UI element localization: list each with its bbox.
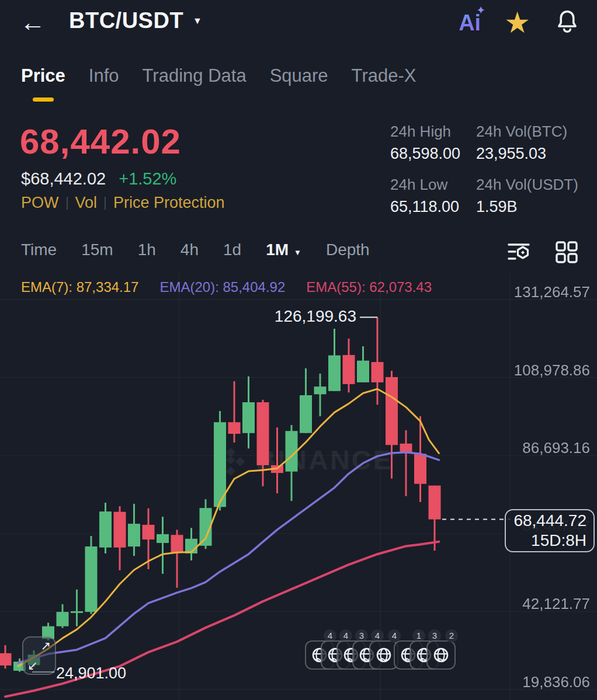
chevron-down-icon: ▼ <box>193 16 202 26</box>
stats-grid: 24h High68,598.0024h Vol(BTC)23,955.0324… <box>390 123 578 216</box>
back-button[interactable]: ← <box>20 5 46 40</box>
ema-legend: EMA(7): 87,334.17EMA(20): 85,404.92EMA(5… <box>21 279 432 295</box>
y-axis-label: 19,836.06 <box>522 673 590 691</box>
ema-legend-item-2: EMA(20): 85,404.92 <box>159 279 285 295</box>
tag-pow[interactable]: POW <box>21 194 59 212</box>
tab-info[interactable]: Info <box>89 65 119 97</box>
stat-24h-low: 24h Low65,118.00 <box>390 176 476 216</box>
candle-countdown: 15D:8H <box>506 531 586 551</box>
expand-chart-button[interactable]: ↗ ↙ <box>22 636 56 675</box>
stat-label: 24h Vol(USDT) <box>476 176 578 194</box>
sparkle-icon: ✦ <box>476 4 485 17</box>
current-price-value: 68,444.72 <box>506 511 586 531</box>
tab-trading-data[interactable]: Trading Data <box>143 65 247 97</box>
page-title: BTC/USDT <box>69 8 183 33</box>
trading-pair-screen: ← BTC/USDT ▼ Ai ✦ ★ PriceInfoTrading Dat… <box>0 0 597 700</box>
ema-legend-item-1: EMA(7): 87,334.17 <box>21 279 138 295</box>
tag-separator <box>105 197 106 210</box>
y-axis-label: 86,693.16 <box>522 439 590 457</box>
stat-value: 68,598.00 <box>390 145 476 163</box>
tab-trade-x[interactable]: Trade-X <box>352 65 416 97</box>
tab-bar: PriceInfoTrading DataSquareTrade-X <box>21 65 416 97</box>
arrow-ne-icon: ↗ <box>40 639 51 653</box>
bell-icon <box>554 8 581 35</box>
notifications-bell-button[interactable] <box>554 8 581 37</box>
current-price-tag: 68,444.72 15D:8H <box>505 509 595 552</box>
ema-legend-item-3: EMA(55): 62,073.43 <box>306 279 432 295</box>
fiat-price: $68,442.02 <box>21 169 106 188</box>
tab-label: Square <box>270 65 328 86</box>
change-percent: +1.52% <box>119 169 176 188</box>
event-count-badge: 2 <box>445 629 458 642</box>
tab-label: Info <box>89 65 119 86</box>
stat-label: 24h Low <box>390 176 476 194</box>
stat-label: 24h Vol(BTC) <box>476 123 578 141</box>
stat-value: 65,118.00 <box>390 198 476 216</box>
y-axis-label: 108,978.86 <box>514 361 590 379</box>
y-axis-label: 131,264.57 <box>514 283 590 301</box>
star-icon: ★ <box>504 6 530 39</box>
tab-label: Trading Data <box>143 65 247 86</box>
last-price: 68,442.02 <box>20 121 181 162</box>
stat-24h-vol-btc: 24h Vol(BTC)23,955.03 <box>476 123 578 163</box>
tag-vol[interactable]: Vol <box>75 194 98 212</box>
tab-square[interactable]: Square <box>270 65 328 97</box>
token-tags-row: POWVolPrice Protection <box>21 194 225 212</box>
tag-separator <box>67 197 68 210</box>
globe-icon <box>432 646 450 664</box>
tag-price-protection[interactable]: Price Protection <box>113 194 225 212</box>
pair-selector[interactable]: BTC/USDT ▼ <box>69 8 202 33</box>
arrow-sw-icon: ↙ <box>27 659 38 673</box>
chevron-down-icon: ▼ <box>294 248 301 257</box>
stat-value: 1.59B <box>476 198 578 216</box>
back-arrow-icon: ← <box>20 8 46 36</box>
low-price-label: 24,901.00 <box>56 664 126 682</box>
tab-label: Trade-X <box>352 65 416 86</box>
ai-assistant-button[interactable]: Ai ✦ <box>459 11 481 36</box>
y-axis-label: 42,121.77 <box>522 595 590 613</box>
stat-value: 23,955.03 <box>476 145 578 163</box>
tab-label: Price <box>21 65 65 86</box>
peak-price-label: 126,199.63 <box>266 307 356 326</box>
stat-label: 24h High <box>390 123 476 141</box>
stat-24h-high: 24h High68,598.00 <box>390 123 476 163</box>
event-marker-button[interactable] <box>426 640 456 670</box>
stat-24h-vol-usdt: 24h Vol(USDT)1.59B <box>476 176 578 216</box>
favorite-star-button[interactable]: ★ <box>504 8 530 37</box>
globe-icon <box>374 646 393 664</box>
active-tab-underline <box>33 97 54 102</box>
tab-price[interactable]: Price <box>21 65 65 97</box>
